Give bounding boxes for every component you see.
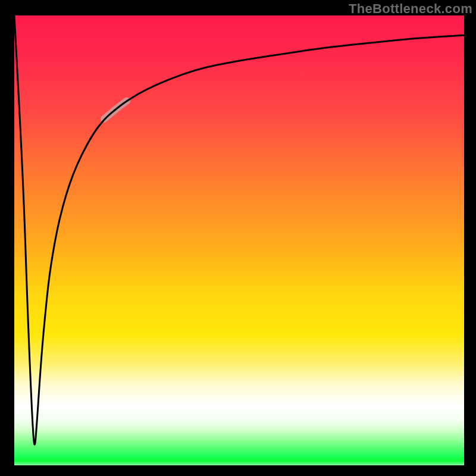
curve-line: [14, 15, 464, 444]
chart-container: TheBottleneck.com: [0, 0, 476, 476]
watermark-text: TheBottleneck.com: [349, 1, 472, 17]
curve-svg: [14, 15, 464, 465]
